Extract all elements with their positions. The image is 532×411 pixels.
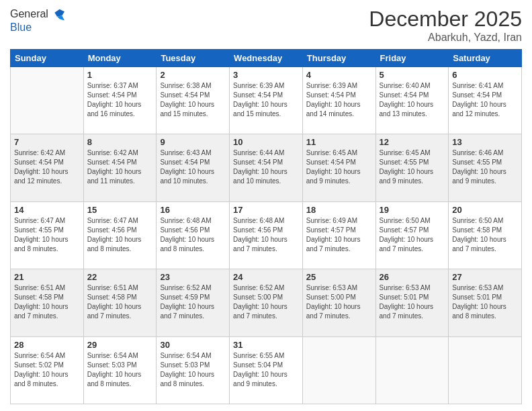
header: General Blue December 2025 Abarkuh, Yazd… <box>10 7 522 44</box>
calendar-cell: 30Sunrise: 6:54 AM Sunset: 5:03 PM Dayli… <box>157 336 230 404</box>
day-number: 20 <box>452 205 518 215</box>
day-number: 4 <box>306 70 372 80</box>
calendar-cell: 28Sunrise: 6:54 AM Sunset: 5:02 PM Dayli… <box>11 336 84 404</box>
day-number: 24 <box>233 272 299 282</box>
calendar-cell: 19Sunrise: 6:50 AM Sunset: 4:57 PM Dayli… <box>375 201 449 269</box>
day-info: Sunrise: 6:41 AM Sunset: 4:54 PM Dayligh… <box>452 81 518 119</box>
day-number: 14 <box>14 205 80 215</box>
day-number: 19 <box>380 205 445 215</box>
calendar-cell: 15Sunrise: 6:47 AM Sunset: 4:56 PM Dayli… <box>83 201 157 269</box>
day-info: Sunrise: 6:42 AM Sunset: 4:54 PM Dayligh… <box>14 148 80 186</box>
calendar-cell: 26Sunrise: 6:53 AM Sunset: 5:01 PM Dayli… <box>375 269 449 336</box>
location-title: Abarkuh, Yazd, Iran <box>369 32 522 44</box>
day-number: 1 <box>87 70 153 80</box>
day-info: Sunrise: 6:45 AM Sunset: 4:55 PM Dayligh… <box>380 148 445 186</box>
header-friday: Friday <box>375 50 449 67</box>
header-thursday: Thursday <box>302 50 375 67</box>
day-info: Sunrise: 6:37 AM Sunset: 4:54 PM Dayligh… <box>87 81 153 119</box>
day-info: Sunrise: 6:50 AM Sunset: 4:57 PM Dayligh… <box>380 216 445 254</box>
calendar-cell: 29Sunrise: 6:54 AM Sunset: 5:03 PM Dayli… <box>83 336 157 404</box>
day-number: 12 <box>380 137 445 147</box>
calendar-cell: 4Sunrise: 6:39 AM Sunset: 4:54 PM Daylig… <box>302 67 375 134</box>
calendar-cell: 9Sunrise: 6:43 AM Sunset: 4:54 PM Daylig… <box>157 134 230 201</box>
day-number: 10 <box>233 137 299 147</box>
title-block: December 2025 Abarkuh, Yazd, Iran <box>369 7 522 44</box>
day-info: Sunrise: 6:53 AM Sunset: 5:01 PM Dayligh… <box>380 283 445 321</box>
calendar-cell: 17Sunrise: 6:48 AM Sunset: 4:56 PM Dayli… <box>230 201 303 269</box>
logo-general-text: General <box>10 8 48 20</box>
calendar-cell: 25Sunrise: 6:53 AM Sunset: 5:00 PM Dayli… <box>302 269 375 336</box>
calendar-cell: 11Sunrise: 6:45 AM Sunset: 4:54 PM Dayli… <box>302 134 375 201</box>
day-info: Sunrise: 6:38 AM Sunset: 4:54 PM Dayligh… <box>160 81 226 119</box>
calendar-cell <box>449 336 522 404</box>
day-number: 25 <box>306 272 372 282</box>
day-info: Sunrise: 6:48 AM Sunset: 4:56 PM Dayligh… <box>160 216 226 254</box>
day-number: 7 <box>14 137 80 147</box>
day-info: Sunrise: 6:53 AM Sunset: 5:01 PM Dayligh… <box>452 283 518 321</box>
calendar-cell: 21Sunrise: 6:51 AM Sunset: 4:58 PM Dayli… <box>11 269 84 336</box>
day-info: Sunrise: 6:54 AM Sunset: 5:03 PM Dayligh… <box>87 351 153 389</box>
day-number: 6 <box>452 70 518 80</box>
day-number: 3 <box>233 70 299 80</box>
day-number: 13 <box>452 137 518 147</box>
day-number: 18 <box>306 205 372 215</box>
calendar-cell: 18Sunrise: 6:49 AM Sunset: 4:57 PM Dayli… <box>302 201 375 269</box>
calendar-cell: 2Sunrise: 6:38 AM Sunset: 4:54 PM Daylig… <box>157 67 230 134</box>
calendar-cell: 23Sunrise: 6:52 AM Sunset: 4:59 PM Dayli… <box>157 269 230 336</box>
day-number: 5 <box>380 70 445 80</box>
day-info: Sunrise: 6:46 AM Sunset: 4:55 PM Dayligh… <box>452 148 518 186</box>
day-info: Sunrise: 6:42 AM Sunset: 4:54 PM Dayligh… <box>87 148 153 186</box>
day-info: Sunrise: 6:48 AM Sunset: 4:56 PM Dayligh… <box>233 216 299 254</box>
day-info: Sunrise: 6:52 AM Sunset: 4:59 PM Dayligh… <box>160 283 226 321</box>
calendar-week-row: 28Sunrise: 6:54 AM Sunset: 5:02 PM Dayli… <box>11 336 522 404</box>
day-info: Sunrise: 6:52 AM Sunset: 5:00 PM Dayligh… <box>233 283 299 321</box>
header-sunday: Sunday <box>11 50 84 67</box>
day-info: Sunrise: 6:54 AM Sunset: 5:02 PM Dayligh… <box>14 351 80 389</box>
calendar-table: Sunday Monday Tuesday Wednesday Thursday… <box>10 49 522 404</box>
day-number: 8 <box>87 137 153 147</box>
day-info: Sunrise: 6:39 AM Sunset: 4:54 PM Dayligh… <box>306 81 372 119</box>
day-number: 29 <box>87 340 153 350</box>
day-number: 11 <box>306 137 372 147</box>
day-info: Sunrise: 6:47 AM Sunset: 4:56 PM Dayligh… <box>87 216 153 254</box>
calendar-cell: 13Sunrise: 6:46 AM Sunset: 4:55 PM Dayli… <box>449 134 522 201</box>
calendar-cell: 6Sunrise: 6:41 AM Sunset: 4:54 PM Daylig… <box>449 67 522 134</box>
calendar-cell: 31Sunrise: 6:55 AM Sunset: 5:04 PM Dayli… <box>230 336 303 404</box>
calendar-week-row: 7Sunrise: 6:42 AM Sunset: 4:54 PM Daylig… <box>11 134 522 201</box>
calendar-cell: 22Sunrise: 6:51 AM Sunset: 4:58 PM Dayli… <box>83 269 157 336</box>
day-number: 28 <box>14 340 80 350</box>
calendar-cell: 3Sunrise: 6:39 AM Sunset: 4:54 PM Daylig… <box>230 67 303 134</box>
logo: General Blue <box>10 7 64 34</box>
day-info: Sunrise: 6:44 AM Sunset: 4:54 PM Dayligh… <box>233 148 299 186</box>
day-number: 15 <box>87 205 153 215</box>
calendar-cell: 12Sunrise: 6:45 AM Sunset: 4:55 PM Dayli… <box>375 134 449 201</box>
day-number: 22 <box>87 272 153 282</box>
day-number: 31 <box>233 340 299 350</box>
day-info: Sunrise: 6:55 AM Sunset: 5:04 PM Dayligh… <box>233 351 299 389</box>
calendar-cell: 10Sunrise: 6:44 AM Sunset: 4:54 PM Dayli… <box>230 134 303 201</box>
day-info: Sunrise: 6:43 AM Sunset: 4:54 PM Dayligh… <box>160 148 226 186</box>
day-number: 26 <box>380 272 445 282</box>
day-info: Sunrise: 6:53 AM Sunset: 5:00 PM Dayligh… <box>306 283 372 321</box>
calendar-cell: 8Sunrise: 6:42 AM Sunset: 4:54 PM Daylig… <box>83 134 157 201</box>
logo-icon <box>50 7 64 21</box>
day-info: Sunrise: 6:47 AM Sunset: 4:55 PM Dayligh… <box>14 216 80 254</box>
header-wednesday: Wednesday <box>230 50 303 67</box>
calendar-cell: 1Sunrise: 6:37 AM Sunset: 4:54 PM Daylig… <box>83 67 157 134</box>
day-info: Sunrise: 6:45 AM Sunset: 4:54 PM Dayligh… <box>306 148 372 186</box>
day-number: 23 <box>160 272 226 282</box>
calendar-week-row: 1Sunrise: 6:37 AM Sunset: 4:54 PM Daylig… <box>11 67 522 134</box>
day-number: 17 <box>233 205 299 215</box>
calendar-week-row: 14Sunrise: 6:47 AM Sunset: 4:55 PM Dayli… <box>11 201 522 269</box>
day-number: 27 <box>452 272 518 282</box>
day-info: Sunrise: 6:49 AM Sunset: 4:57 PM Dayligh… <box>306 216 372 254</box>
page: General Blue December 2025 Abarkuh, Yazd… <box>0 0 532 411</box>
day-number: 21 <box>14 272 80 282</box>
day-info: Sunrise: 6:54 AM Sunset: 5:03 PM Dayligh… <box>160 351 226 389</box>
calendar-header-row: Sunday Monday Tuesday Wednesday Thursday… <box>11 50 522 67</box>
header-monday: Monday <box>83 50 157 67</box>
svg-marker-0 <box>54 9 64 17</box>
day-info: Sunrise: 6:39 AM Sunset: 4:54 PM Dayligh… <box>233 81 299 119</box>
calendar-cell: 20Sunrise: 6:50 AM Sunset: 4:58 PM Dayli… <box>449 201 522 269</box>
day-number: 30 <box>160 340 226 350</box>
